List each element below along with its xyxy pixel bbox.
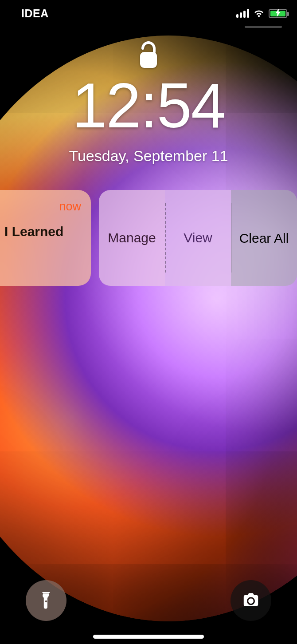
quick-actions <box>0 580 297 621</box>
notification-time: now <box>59 200 81 213</box>
svg-point-1 <box>45 601 47 603</box>
cellular-signal-icon <box>236 9 249 18</box>
carrier-label: IDEA <box>21 7 49 20</box>
svg-rect-0 <box>140 52 157 68</box>
status-bar: IDEA <box>0 0 297 26</box>
camera-icon <box>242 591 260 610</box>
notification-card[interactable]: now I Learned <box>0 190 91 286</box>
camera-button[interactable] <box>231 580 271 621</box>
lock-clock: 12:54 <box>0 71 297 140</box>
status-indicators <box>236 9 287 18</box>
flashlight-button[interactable] <box>26 580 66 621</box>
view-button[interactable]: View <box>165 190 231 286</box>
lock-date: Tuesday, September 11 <box>0 147 297 165</box>
battery-charging-icon <box>269 9 287 18</box>
clear-all-button[interactable]: Clear All <box>231 190 297 286</box>
flashlight-icon <box>37 591 55 610</box>
home-indicator[interactable] <box>93 635 204 639</box>
notification-actions: Manage View Clear All <box>99 190 297 286</box>
wifi-icon <box>253 9 265 18</box>
pull-down-handle[interactable] <box>245 26 282 28</box>
manage-button[interactable]: Manage <box>99 190 165 286</box>
notification-title: I Learned <box>4 224 81 239</box>
notification[interactable]: now I Learned Manage View Clear All <box>0 190 297 286</box>
unlock-icon <box>0 40 297 72</box>
